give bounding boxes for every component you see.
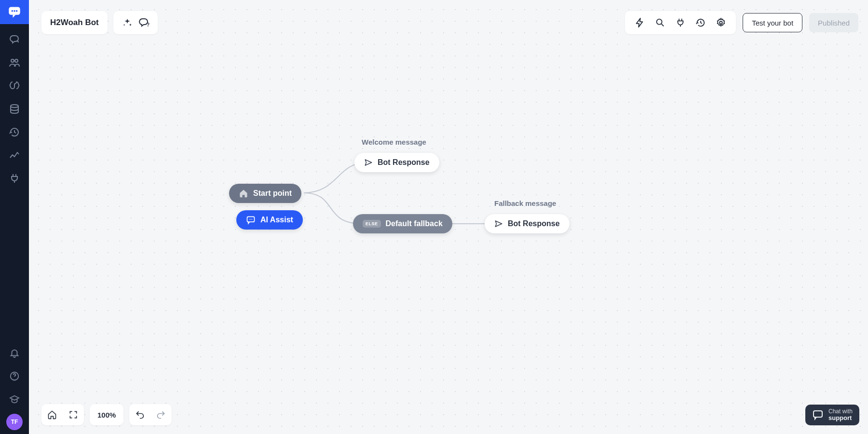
database-icon	[9, 103, 20, 115]
chat-logo-icon	[8, 5, 21, 19]
test-bot-button[interactable]: Test your bot	[743, 13, 802, 32]
brain-icon	[9, 80, 20, 92]
plug-icon	[9, 173, 20, 184]
fallback-response-node[interactable]: Bot Response	[485, 214, 570, 233]
start-point-label: Start point	[253, 189, 292, 198]
svg-point-9	[657, 19, 662, 25]
welcome-response-label: Bot Response	[378, 158, 430, 167]
expand-icon	[68, 410, 78, 420]
version-history-button[interactable]	[691, 13, 711, 33]
welcome-response-node[interactable]: Bot Response	[354, 153, 439, 172]
sparkle-button[interactable]	[119, 14, 136, 31]
bolt-icon	[635, 17, 645, 28]
bot-name-chip[interactable]: H2Woah Bot	[41, 11, 108, 34]
svg-point-2	[14, 10, 15, 12]
else-badge: ELSE	[363, 220, 381, 228]
svg-point-13	[250, 219, 251, 220]
support-chat-icon	[812, 409, 824, 420]
sidebar-item-help[interactable]	[0, 365, 29, 388]
undo-button[interactable]	[129, 404, 150, 425]
chat-with-support[interactable]: Chat with support	[805, 405, 859, 425]
published-button: Published	[809, 13, 858, 32]
bot-name: H2Woah Bot	[50, 18, 99, 27]
brand-logo[interactable]	[0, 0, 29, 24]
sidebar-item-brain[interactable]	[0, 74, 29, 97]
chat-icon	[246, 215, 256, 225]
bot-chat-button[interactable]: ?	[136, 14, 152, 31]
home-icon	[239, 189, 248, 198]
flow-canvas[interactable]: Welcome message Fallback message Start p…	[29, 0, 868, 434]
ai-assist-label: AI Assist	[260, 216, 293, 224]
svg-point-10	[719, 21, 722, 24]
bolt-button[interactable]	[630, 13, 650, 33]
support-line2: support	[828, 415, 853, 421]
help-icon	[9, 371, 20, 381]
sidebar-item-analytics[interactable]	[0, 144, 29, 167]
quick-actions-chip: ?	[113, 11, 158, 34]
svg-text:?: ?	[147, 22, 149, 27]
redo-icon	[156, 410, 166, 420]
left-sidebar: TF	[0, 0, 29, 434]
support-text: Chat with support	[828, 408, 853, 421]
home-icon	[47, 410, 57, 420]
settings-button[interactable]	[711, 13, 731, 33]
plug-icon	[675, 17, 686, 28]
analytics-icon	[9, 149, 20, 161]
svg-point-3	[16, 10, 18, 12]
fallback-label: Fallback message	[494, 199, 556, 207]
fullscreen-button[interactable]	[63, 404, 84, 425]
history-icon	[9, 126, 20, 138]
svg-point-6	[11, 105, 18, 108]
bot-chat-icon: ?	[138, 17, 149, 28]
svg-rect-15	[814, 411, 822, 417]
support-line1: Chat with	[828, 408, 853, 415]
default-fallback-node[interactable]: ELSE Default fallback	[353, 214, 452, 233]
redo-button[interactable]	[150, 404, 172, 425]
sparkle-icon	[122, 17, 133, 28]
avatar[interactable]: TF	[6, 414, 23, 430]
gear-icon	[716, 17, 726, 28]
chat-flow-icon	[9, 34, 20, 45]
top-bar: H2Woah Bot ?	[41, 11, 858, 35]
start-point-node[interactable]: Start point	[229, 184, 301, 203]
welcome-label: Welcome message	[362, 138, 426, 146]
sidebar-item-plug[interactable]	[0, 167, 29, 190]
send-icon	[494, 219, 503, 228]
sidebar-item-database[interactable]	[0, 97, 29, 121]
svg-point-4	[11, 59, 14, 62]
ai-assist-node[interactable]: AI Assist	[236, 210, 303, 230]
sidebar-item-chat-flow[interactable]	[0, 28, 29, 51]
svg-point-14	[252, 219, 253, 220]
sidebar-item-academy[interactable]	[0, 388, 29, 411]
canvas-controls: 100%	[41, 404, 172, 425]
send-icon	[364, 158, 373, 167]
history-icon	[695, 17, 706, 28]
undo-icon	[135, 410, 145, 420]
header-toolbar	[625, 11, 736, 34]
zoom-level[interactable]: 100%	[90, 411, 123, 419]
svg-point-1	[12, 10, 13, 12]
search-icon	[655, 17, 665, 28]
svg-point-12	[249, 219, 250, 220]
bell-icon	[9, 348, 20, 358]
fallback-response-label: Bot Response	[508, 219, 560, 228]
default-fallback-label: Default fallback	[386, 219, 443, 228]
academy-icon	[9, 394, 20, 405]
svg-point-5	[15, 59, 18, 62]
sidebar-item-users[interactable]	[0, 51, 29, 74]
sidebar-item-history[interactable]	[0, 121, 29, 144]
home-view-button[interactable]	[41, 404, 63, 425]
sidebar-item-bell[interactable]	[0, 341, 29, 365]
search-button[interactable]	[650, 13, 670, 33]
integrations-button[interactable]	[670, 13, 691, 33]
users-icon	[9, 57, 20, 68]
